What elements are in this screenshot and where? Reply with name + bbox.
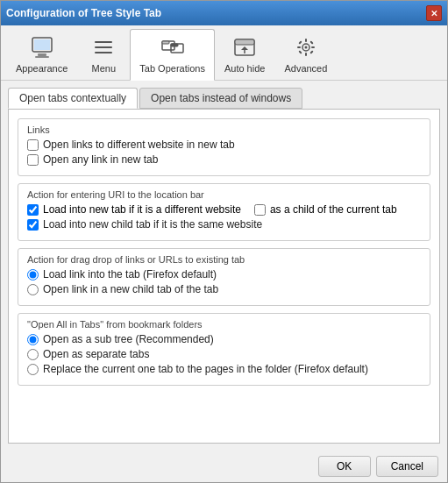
- toolbar-menu-label: Menu: [92, 63, 117, 74]
- content-area: Open tabs contextually Open tabs instead…: [1, 81, 447, 451]
- radio-row-openall-3: Replace the current one tab to the pages…: [27, 363, 421, 375]
- toolbar-menu[interactable]: Menu: [77, 29, 130, 80]
- chk-child-of-current-tab[interactable]: [254, 204, 266, 216]
- radio-row-openall-1: Open as a sub tree (Recommended): [27, 333, 421, 345]
- footer: OK Cancel: [1, 451, 447, 482]
- toolbar-auto-hide-label: Auto hide: [224, 63, 265, 74]
- svg-rect-21: [298, 40, 302, 44]
- svg-marker-14: [241, 46, 248, 50]
- toolbar: Appearance Menu T: [1, 25, 447, 81]
- radio-load-link-label: Load link into the tab (Firefox default): [43, 268, 217, 281]
- tab-operations-icon: [159, 33, 187, 61]
- svg-rect-22: [309, 40, 313, 44]
- checkbox-row-2: Open any link in new tab: [27, 153, 421, 166]
- menu-icon: [89, 33, 117, 61]
- tab-open-instead-of-windows[interactable]: Open tabs instead of windows: [139, 88, 302, 109]
- openall-section: "Open All in Tabs" from bookmark folders…: [18, 313, 430, 386]
- radio-row-dragdrop-1: Load link into the tab (Firefox default): [27, 268, 421, 281]
- chk-child-of-current-tab-label: as a child of the current tab: [270, 203, 397, 216]
- window-title: Configuration of Tree Style Tab: [6, 7, 161, 19]
- radio-sub-tree-label: Open as a sub tree (Recommended): [43, 333, 214, 345]
- uri-section-label: Action for entering URI to the location …: [27, 189, 421, 200]
- svg-rect-2: [38, 53, 46, 56]
- toolbar-tab-operations-label: Tab Operations: [139, 63, 205, 74]
- toolbar-appearance[interactable]: Appearance: [6, 29, 77, 80]
- chk-open-any-link-label: Open any link in new tab: [43, 153, 158, 166]
- checkbox-row-1: Open links to different website in new t…: [27, 139, 421, 151]
- svg-rect-17: [305, 39, 307, 42]
- svg-rect-20: [311, 46, 315, 48]
- toolbar-advanced[interactable]: Advanced: [274, 29, 337, 80]
- radio-separate-tabs-label: Open as separate tabs: [43, 348, 149, 360]
- uri-section: Action for entering URI to the location …: [18, 183, 430, 241]
- radio-replace-current-label: Replace the current one tab to the pages…: [43, 363, 368, 375]
- uri-row-1: Load into new tab if it is a different w…: [27, 203, 421, 216]
- svg-rect-6: [95, 52, 112, 53]
- svg-rect-5: [95, 46, 112, 48]
- toolbar-auto-hide[interactable]: Auto hide: [215, 29, 274, 80]
- openall-section-label: "Open All in Tabs" from bookmark folders: [27, 319, 421, 330]
- svg-rect-1: [34, 39, 50, 50]
- auto-hide-icon: [231, 33, 259, 61]
- radio-row-dragdrop-2: Open link in a new child tab of the tab: [27, 283, 421, 295]
- dragdrop-section: Action for drag drop of links or URLs to…: [18, 248, 430, 306]
- radio-replace-current[interactable]: [27, 364, 39, 375]
- chk-load-same-website[interactable]: [27, 219, 39, 231]
- dragdrop-section-label: Action for drag drop of links or URLs to…: [27, 254, 421, 265]
- svg-rect-4: [95, 41, 112, 43]
- appearance-icon: [28, 33, 56, 61]
- cancel-button[interactable]: Cancel: [376, 456, 438, 477]
- advanced-icon: [292, 33, 320, 61]
- svg-rect-18: [305, 53, 307, 56]
- uri-row-2: Load into new child tab if it is the sam…: [27, 218, 421, 231]
- close-button[interactable]: ✕: [426, 5, 442, 21]
- svg-rect-24: [309, 50, 313, 53]
- chk-open-different-website[interactable]: [27, 139, 39, 151]
- radio-sub-tree[interactable]: [27, 334, 39, 345]
- radio-separate-tabs[interactable]: [27, 349, 39, 360]
- main-window: Configuration of Tree Style Tab ✕ Appear…: [0, 0, 448, 483]
- toolbar-appearance-label: Appearance: [16, 63, 68, 74]
- tab-panel: Links Open links to different website in…: [8, 109, 440, 444]
- svg-rect-19: [297, 46, 301, 48]
- toolbar-tab-operations[interactable]: Tab Operations: [130, 29, 215, 81]
- svg-rect-10: [171, 44, 178, 46]
- ok-button[interactable]: OK: [318, 456, 371, 477]
- radio-open-child-tab[interactable]: [27, 284, 39, 295]
- svg-rect-12: [235, 39, 254, 45]
- links-section-label: Links: [27, 124, 421, 135]
- radio-open-child-tab-label: Open link in a new child tab of the tab: [43, 283, 218, 295]
- chk-open-different-website-label: Open links to different website in new t…: [43, 139, 235, 151]
- sub-tabs: Open tabs contextually Open tabs instead…: [8, 88, 440, 109]
- chk-load-different-website-label: Load into new tab if it is a different w…: [43, 203, 241, 216]
- toolbar-advanced-label: Advanced: [284, 63, 327, 74]
- svg-rect-23: [298, 50, 302, 53]
- radio-row-openall-2: Open as separate tabs: [27, 348, 421, 360]
- chk-open-any-link[interactable]: [27, 154, 39, 166]
- radio-load-link[interactable]: [27, 269, 39, 281]
- svg-rect-8: [162, 41, 169, 44]
- svg-point-16: [304, 46, 307, 49]
- chk-load-same-website-label: Load into new child tab if it is the sam…: [43, 218, 262, 231]
- links-section: Links Open links to different website in…: [18, 118, 430, 176]
- tab-open-contextually[interactable]: Open tabs contextually: [8, 88, 138, 109]
- title-bar: Configuration of Tree Style Tab ✕: [1, 1, 447, 25]
- chk-load-different-website[interactable]: [27, 204, 39, 216]
- svg-rect-3: [35, 56, 49, 58]
